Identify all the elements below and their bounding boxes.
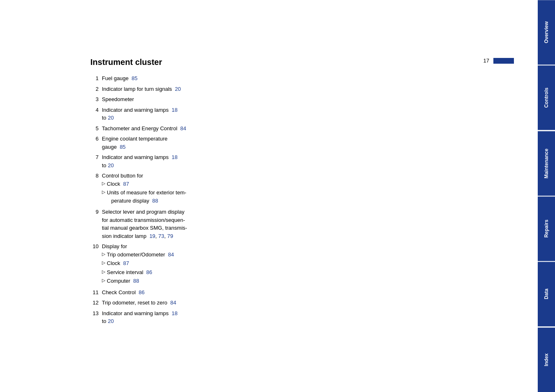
- list-item: 8 Control button for ▷ Clock 87 ▷ Units …: [90, 172, 530, 205]
- link-84b[interactable]: 84: [168, 251, 174, 258]
- item-content: Speedometer: [102, 95, 530, 104]
- item-number: 1: [90, 74, 102, 83]
- list-item: 5 Tachometer and Energy Control 84: [90, 125, 530, 133]
- link-19[interactable]: 19: [150, 233, 155, 239]
- item-content: Fuel gauge 85: [102, 74, 530, 83]
- item-list: 1 Fuel gauge 85 2 Indicator lamp for tur…: [90, 74, 530, 325]
- sidebar-tab-label: Data: [543, 289, 549, 300]
- item-number: 5: [90, 125, 102, 133]
- list-item: 6 Engine coolant temperature gauge 85: [90, 135, 530, 151]
- sub-text: Clock 87: [107, 180, 129, 188]
- item-number: 10: [90, 242, 102, 286]
- main-content: 17 Instrument cluster 1 Fuel gauge 85 2 …: [0, 0, 555, 392]
- sub-items: ▷ Clock 87 ▷ Units of measure for exteri…: [102, 180, 530, 205]
- link-18b[interactable]: 18: [172, 154, 177, 160]
- item-number: 2: [90, 85, 102, 93]
- link-20[interactable]: 20: [175, 86, 181, 92]
- item-content: Control button for ▷ Clock 87 ▷ Units of…: [102, 172, 530, 205]
- link-85b[interactable]: 85: [120, 144, 125, 150]
- sidebar-tab-controls[interactable]: Controls: [538, 65, 555, 130]
- sidebar-tab-maintenance[interactable]: Maintenance: [538, 131, 555, 196]
- item-number: 7: [90, 153, 102, 169]
- link-86b[interactable]: 86: [139, 289, 145, 295]
- list-item: 10 Display for ▷ Trip odometer/Odometer …: [90, 242, 530, 286]
- sidebar-tab-index[interactable]: Index: [538, 327, 555, 392]
- link-84[interactable]: 84: [180, 125, 186, 131]
- item-number: 6: [90, 135, 102, 151]
- sub-item: ▷ Trip odometer/Odometer 84: [102, 251, 530, 259]
- list-item: 7 Indicator and warning lamps 18 to 20: [90, 153, 530, 169]
- link-20d[interactable]: 20: [108, 318, 113, 324]
- page-number-bar: [493, 58, 514, 64]
- link-88[interactable]: 88: [152, 198, 158, 204]
- sub-arrow: ▷: [102, 268, 105, 275]
- item-number: 8: [90, 172, 102, 205]
- link-85[interactable]: 85: [131, 75, 137, 81]
- sub-item: ▷ Service interval 86: [102, 268, 530, 277]
- sub-item: ▷ Units of measure for exterior tem- per…: [102, 189, 530, 205]
- sidebar-tab-data[interactable]: Data: [538, 262, 555, 326]
- sub-item: ▷ Clock 87: [102, 259, 530, 267]
- list-item: 1 Fuel gauge 85: [90, 74, 530, 83]
- link-86[interactable]: 86: [146, 269, 152, 275]
- sub-text: Trip odometer/Odometer 84: [107, 251, 174, 259]
- sub-text: Clock 87: [107, 259, 129, 267]
- section-title: Instrument cluster: [90, 58, 530, 67]
- item-content: Display for ▷ Trip odometer/Odometer 84 …: [102, 242, 530, 286]
- page-container: 17 Instrument cluster 1 Fuel gauge 85 2 …: [0, 0, 555, 392]
- list-item: 3 Speedometer: [90, 95, 530, 104]
- sidebar-tab-label: Repairs: [543, 220, 549, 238]
- sub-item: ▷ Computer 88: [102, 277, 530, 285]
- sub-arrow: ▷: [102, 251, 105, 258]
- item-content: Indicator lamp for turn signals 20: [102, 85, 530, 93]
- link-88b[interactable]: 88: [133, 278, 139, 284]
- item-number: 3: [90, 95, 102, 104]
- page-number: 17: [484, 58, 489, 64]
- item-content: Tachometer and Energy Control 84: [102, 125, 530, 133]
- item-content: Indicator and warning lamps 18 to 20: [102, 153, 530, 169]
- sub-items: ▷ Trip odometer/Odometer 84 ▷ Clock 87 ▷…: [102, 251, 530, 285]
- sidebar-tab-label: Maintenance: [543, 148, 549, 178]
- list-item: 13 Indicator and warning lamps 18 to 20: [90, 309, 530, 325]
- item-number: 12: [90, 299, 102, 307]
- list-item: 4 Indicator and warning lamps 18 to 20: [90, 106, 530, 122]
- sub-arrow: ▷: [102, 180, 105, 187]
- sidebar: Overview Controls Maintenance Repairs Da…: [538, 0, 555, 392]
- sidebar-tab-label: Index: [543, 353, 549, 366]
- item-number: 9: [90, 208, 102, 240]
- sub-arrow: ▷: [102, 189, 105, 196]
- sub-arrow: ▷: [102, 277, 105, 284]
- item-number: 11: [90, 288, 102, 297]
- list-item: 12 Trip odometer, reset to zero 84: [90, 299, 530, 307]
- link-73[interactable]: 73: [158, 233, 164, 239]
- item-content: Engine coolant temperature gauge 85: [102, 135, 530, 151]
- sub-item: ▷ Clock 87: [102, 180, 530, 188]
- item-content: Indicator and warning lamps 18 to 20: [102, 309, 530, 325]
- item-number: 4: [90, 106, 102, 122]
- sub-text: Units of measure for exterior tem- perat…: [107, 189, 187, 205]
- link-18[interactable]: 18: [172, 107, 177, 113]
- list-item: 2 Indicator lamp for turn signals 20: [90, 85, 530, 93]
- page-number-area: 17: [484, 58, 514, 64]
- link-20b[interactable]: 20: [108, 115, 113, 121]
- sub-text: Service interval 86: [107, 268, 152, 277]
- sub-arrow: ▷: [102, 259, 105, 266]
- sidebar-tab-overview[interactable]: Overview: [538, 0, 555, 65]
- link-87b[interactable]: 87: [123, 260, 129, 266]
- list-item: 11 Check Control 86: [90, 288, 530, 297]
- sidebar-tab-label: Overview: [543, 21, 549, 43]
- list-item: 9 Selector lever and program display for…: [90, 208, 530, 240]
- sidebar-tab-repairs[interactable]: Repairs: [538, 196, 555, 261]
- link-18c[interactable]: 18: [172, 310, 177, 316]
- link-20c[interactable]: 20: [108, 162, 113, 168]
- item-content: Check Control 86: [102, 288, 530, 297]
- sidebar-tab-label: Controls: [543, 88, 549, 108]
- sub-text: Computer 88: [107, 277, 139, 285]
- link-87[interactable]: 87: [123, 181, 129, 187]
- item-content: Indicator and warning lamps 18 to 20: [102, 106, 530, 122]
- item-number: 13: [90, 309, 102, 325]
- item-content: Trip odometer, reset to zero 84: [102, 299, 530, 307]
- link-84c[interactable]: 84: [170, 300, 176, 306]
- link-79[interactable]: 79: [167, 233, 173, 239]
- item-content: Selector lever and program display for a…: [102, 208, 530, 240]
